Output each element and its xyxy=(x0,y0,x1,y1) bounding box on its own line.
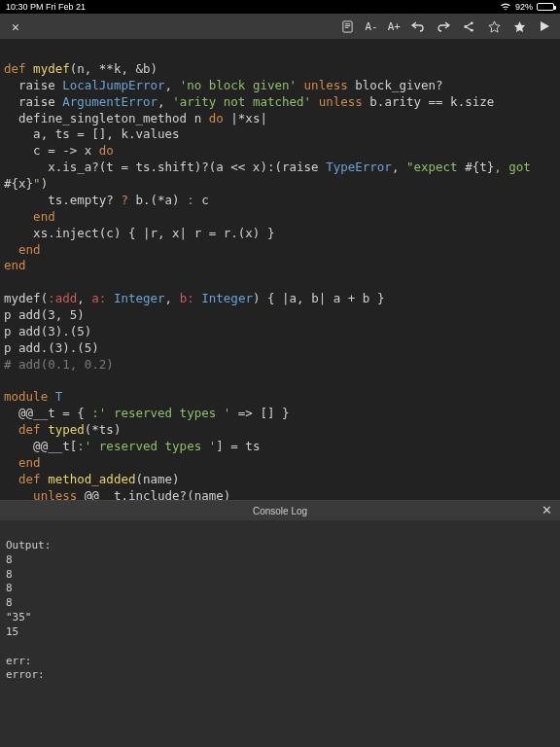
console-line: 8 xyxy=(6,582,13,594)
code-text: , xyxy=(392,160,406,174)
star-filled-icon[interactable] xyxy=(511,18,527,34)
console-line: 15 xyxy=(6,625,18,638)
code-text: Integer xyxy=(106,291,164,305)
code-text: module xyxy=(4,389,48,404)
code-text: b.arity == k.size xyxy=(363,94,494,109)
editor-toolbar: ✕ A- A+ xyxy=(0,14,560,39)
share-icon[interactable] xyxy=(461,18,476,34)
svg-rect-0 xyxy=(343,20,352,31)
code-text: , xyxy=(165,78,180,92)
code-text: mydef( xyxy=(4,291,48,305)
code-text: : xyxy=(187,193,194,207)
svg-point-4 xyxy=(464,25,467,28)
code-text: do xyxy=(99,143,114,158)
code-text: #{t} xyxy=(465,160,494,174)
code-text: end xyxy=(4,258,26,272)
console-line: "35" xyxy=(6,611,32,623)
code-text: @@__t[ xyxy=(4,439,77,453)
console-line: 8 xyxy=(6,568,13,581)
undo-icon[interactable] xyxy=(410,18,426,34)
star-outline-icon[interactable] xyxy=(486,18,502,34)
wifi-icon xyxy=(500,2,511,13)
code-text: T xyxy=(48,389,62,404)
code-text: end xyxy=(4,209,55,224)
code-editor[interactable]: def mydef(n, **k, &b) raise LocalJumpErr… xyxy=(0,39,560,500)
code-text: c xyxy=(194,193,209,207)
fn-name: mydef xyxy=(26,61,70,76)
code-text: (name) xyxy=(135,472,179,486)
status-left: 10:30 PM Fri Feb 21 xyxy=(6,2,86,12)
code-text: xs.inject(c) { |r, x| r = r.(x) } xyxy=(4,226,274,240)
console-line: error: xyxy=(6,668,45,681)
code-text: a, ts = [], k.values xyxy=(4,126,180,141)
status-date: Fri Feb 21 xyxy=(46,2,86,12)
run-icon[interactable] xyxy=(537,18,552,34)
kw-def: def xyxy=(4,61,26,76)
code-text: , xyxy=(158,94,172,109)
code-text: do xyxy=(209,111,224,125)
code-text: "expect xyxy=(406,160,465,174)
code-text: ts.empty? xyxy=(4,193,121,207)
code-text: ) xyxy=(41,176,49,191)
font-decrease-button[interactable]: A- xyxy=(366,20,378,33)
svg-point-6 xyxy=(470,28,472,31)
code-text: def xyxy=(4,422,41,437)
code-text: LocalJumpError xyxy=(62,78,164,92)
document-icon[interactable] xyxy=(340,18,356,34)
code-text: x.is_a?(t = ts.shift)?(a << x):(raise xyxy=(4,160,326,174)
code-text: b: xyxy=(180,291,194,305)
code-text: ] = ts xyxy=(216,439,260,453)
code-text: :' reserved types ' xyxy=(91,406,230,420)
code-text: p add(3, 5) xyxy=(4,307,85,322)
code-text: ) { |a, b| a + b } xyxy=(253,291,384,305)
code-text: unless xyxy=(4,488,77,500)
code-text: define_singleton_method n xyxy=(4,111,209,125)
device-status-bar: 10:30 PM Fri Feb 21 92% xyxy=(0,0,560,14)
code-text: def xyxy=(4,472,41,486)
code-text: end xyxy=(4,242,41,257)
code-text: TypeError xyxy=(326,160,392,174)
code-text: raise xyxy=(4,78,62,92)
code-text: ? xyxy=(121,193,128,207)
console-panel: Console Log ✕ Output: 8 8 8 8 "35" 15 er… xyxy=(0,500,560,747)
code-text: 'arity not matched' xyxy=(172,94,311,109)
status-time: 10:30 PM xyxy=(6,2,44,12)
battery-icon xyxy=(537,3,554,11)
code-text: raise xyxy=(4,94,62,109)
code-text: ArgumentError xyxy=(62,94,158,109)
code-text: => [] } xyxy=(230,406,289,420)
redo-icon[interactable] xyxy=(436,18,451,34)
console-line: 8 xyxy=(6,553,13,566)
code-text: p add(3).(5) xyxy=(4,324,91,338)
code-text: method_added xyxy=(41,472,136,486)
font-increase-button[interactable]: A+ xyxy=(388,20,401,33)
console-output[interactable]: Output: 8 8 8 8 "35" 15 err: error: xyxy=(0,520,560,701)
console-title: Console Log xyxy=(253,506,307,516)
code-text: (n, **k, &b) xyxy=(70,61,158,76)
console-header: Console Log ✕ xyxy=(0,501,560,520)
code-text: @@__t.include?(name) xyxy=(77,488,230,500)
code-text: (*ts) xyxy=(85,422,122,437)
svg-point-5 xyxy=(470,21,472,24)
code-text: , got xyxy=(494,160,538,174)
console-line: 8 xyxy=(6,596,13,609)
code-text: unless xyxy=(297,78,348,92)
code-text: Integer xyxy=(194,291,253,305)
console-line: Output: xyxy=(6,539,51,551)
battery-pct: 92% xyxy=(515,2,533,12)
code-text: @@__t = { xyxy=(4,406,91,420)
code-text: 'no block given' xyxy=(180,78,297,92)
console-close-button[interactable]: ✕ xyxy=(542,503,552,517)
code-text: unless xyxy=(311,94,363,109)
close-button[interactable]: ✕ xyxy=(8,18,23,34)
code-text: p add.(3).(5) xyxy=(4,340,99,355)
code-text: , xyxy=(77,291,91,305)
console-line: err: xyxy=(6,655,32,667)
code-text: , xyxy=(165,291,180,305)
status-right: 92% xyxy=(500,2,554,13)
code-text: a: xyxy=(91,291,106,305)
code-text: typed xyxy=(41,422,85,437)
code-text: #{x} xyxy=(4,176,33,191)
code-text: |*xs| xyxy=(224,111,267,125)
code-text: block_given? xyxy=(348,78,443,92)
